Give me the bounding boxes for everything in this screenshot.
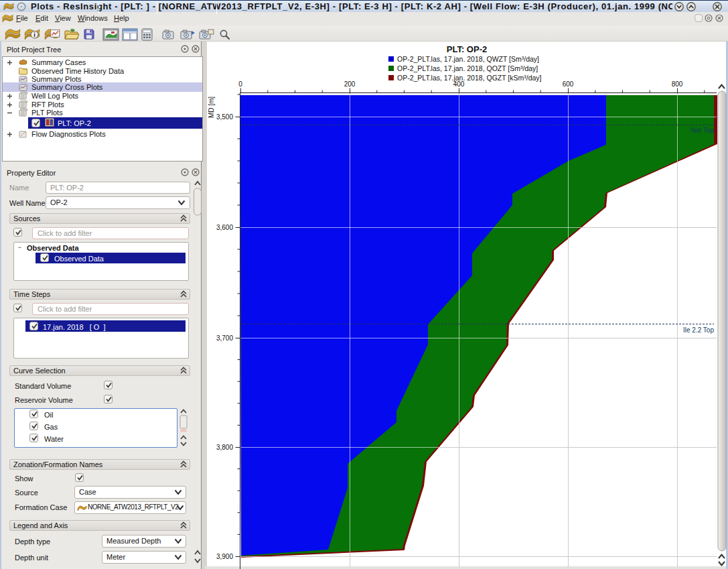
svg-text:3,500: 3,500 bbox=[216, 113, 233, 121]
svg-text:OP-2_PLT.las, 17.jan. 2018, QG: OP-2_PLT.las, 17.jan. 2018, QGZT [kSm³/d… bbox=[397, 74, 542, 82]
svg-text:800: 800 bbox=[672, 80, 683, 88]
svg-text:3,700: 3,700 bbox=[216, 334, 233, 342]
svg-text:0: 0 bbox=[238, 80, 242, 88]
svg-text:3,600: 3,600 bbox=[216, 224, 233, 231]
svg-text:400: 400 bbox=[453, 80, 465, 88]
svg-text:Not Top: Not Top bbox=[691, 127, 715, 134]
svg-text:MD [m]: MD [m] bbox=[208, 97, 215, 118]
svg-text:OP-2_PLT.las, 17.jan. 2018, QW: OP-2_PLT.las, 17.jan. 2018, QWZT [Sm³/da… bbox=[397, 55, 539, 63]
svg-text:OP-2_PLT.las, 17.jan. 2018, QO: OP-2_PLT.las, 17.jan. 2018, QOZT [Sm³/da… bbox=[397, 64, 538, 72]
svg-text:i: i bbox=[33, 31, 35, 38]
svg-text:600: 600 bbox=[563, 80, 574, 88]
svg-text:3,800: 3,800 bbox=[216, 444, 233, 451]
svg-text:PLT: OP-2: PLT: OP-2 bbox=[447, 44, 487, 54]
svg-text:Ile 2.2 Top: Ile 2.2 Top bbox=[683, 326, 714, 334]
svg-text:3,900: 3,900 bbox=[216, 553, 233, 560]
svg-text:200: 200 bbox=[344, 80, 356, 88]
